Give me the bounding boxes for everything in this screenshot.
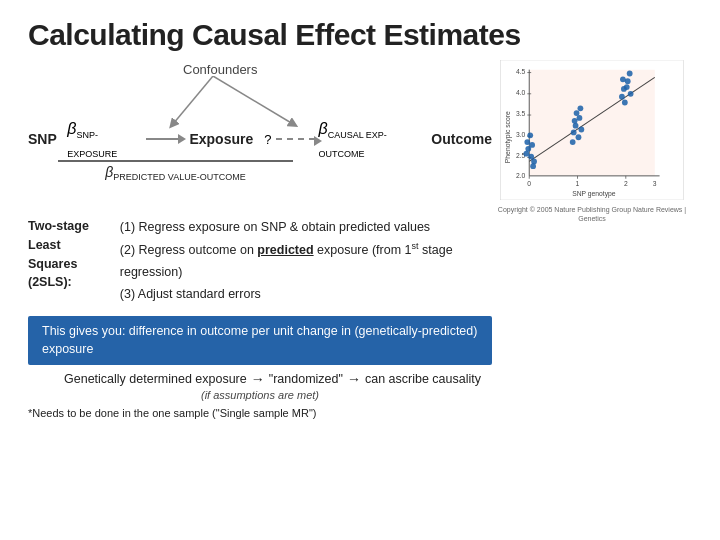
blue-box: This gives you: difference in outcome pe… [28,316,492,365]
question-mark: ? [264,132,271,147]
svg-point-34 [573,123,579,129]
svg-point-39 [576,134,582,140]
svg-point-40 [572,118,578,124]
svg-point-32 [523,151,529,157]
step-1: (1) Regress exposure on SNP & obtain pre… [120,217,492,238]
content-area: Confounders SNP [28,58,692,528]
svg-point-48 [624,84,630,90]
svg-point-49 [628,91,634,97]
genetically-determined-text: Genetically determined exposure [64,372,247,386]
predicted-bold: predicted [257,243,313,257]
causal-sub: CAUSAL EXP-OUTCOME [319,130,387,159]
svg-text:3.0: 3.0 [516,131,526,138]
svg-marker-4 [529,70,655,176]
beta-causal-exposure: βCAUSAL EXP-OUTCOME [319,120,428,159]
copyright-text: Copyright © 2005 Nature Publishing Group… [497,205,687,223]
svg-point-41 [578,105,584,111]
step-2: (2) Regress outcome on predicted exposur… [120,239,492,283]
right-panel: 4.5 4.0 3.5 3.0 2.5 2.0 0 1 2 [492,58,692,528]
svg-point-31 [531,158,537,164]
beta-causal-symbol: β [319,120,328,137]
ascribe-causality-text: can ascribe causality [365,372,481,386]
randomized-row: Genetically determined exposure → "rando… [28,371,492,387]
snp-label: SNP [28,131,61,147]
svg-point-42 [570,139,576,145]
svg-text:0: 0 [527,180,531,187]
scatter-container: 4.5 4.0 3.5 3.0 2.5 2.0 0 1 2 [497,60,687,200]
svg-point-35 [577,115,583,121]
arrow2: → [347,371,361,387]
svg-point-30 [527,132,533,138]
page-title: Calculating Causal Effect Estimates [28,18,692,52]
svg-text:1: 1 [576,180,580,187]
beta-predicted-label: βPREDICTED VALUE-OUTCOME [105,164,245,182]
snp-row: SNP βSNP-EXPOSURE Exposure ? βCAUSAL EXP… [28,120,492,159]
svg-point-26 [528,154,534,160]
svg-point-50 [620,76,626,82]
diagram-area: Confounders SNP [28,62,492,207]
svg-point-47 [622,100,628,106]
svg-point-29 [524,139,530,145]
footnote: *Needs to be done in the one sample ("Si… [28,407,492,419]
scatter-svg: 4.5 4.0 3.5 3.0 2.5 2.0 0 1 2 [497,60,687,200]
svg-text:2.0: 2.0 [516,172,526,179]
svg-line-1 [213,76,293,124]
beta-predicted-container: βPREDICTED VALUE-OUTCOME [58,160,293,182]
svg-line-0 [173,76,213,124]
beta-predicted-line [58,160,293,162]
svg-point-45 [619,94,625,100]
svg-text:4.0: 4.0 [516,89,526,96]
two-stage-label: Two-stage Least Squares (2SLS): [28,217,108,292]
svg-text:3.5: 3.5 [516,110,526,117]
left-panel: Confounders SNP [28,58,492,528]
svg-point-28 [530,163,536,169]
svg-point-36 [571,130,577,136]
beta-snp-exposure: βSNP-EXPOSURE [67,120,144,159]
svg-point-38 [574,110,580,116]
svg-text:SNP genotype: SNP genotype [572,190,616,198]
randomized-text: "randomized" [269,372,343,386]
steps-list: (1) Regress exposure on SNP & obtain pre… [120,217,492,306]
arrow1: → [251,371,265,387]
svg-text:Phenotypic score: Phenotypic score [504,111,512,163]
svg-point-33 [529,142,535,148]
snp-to-exposure-arrow [146,138,179,140]
step-3: (3) Adjust standard errors [120,284,492,305]
svg-text:3: 3 [653,180,657,187]
predicted-sub: PREDICTED VALUE-OUTCOME [113,172,245,182]
svg-point-37 [578,127,584,133]
svg-text:2: 2 [624,180,628,187]
main-container: Calculating Causal Effect Estimates Conf… [0,0,720,540]
exposure-label: Exposure [189,131,253,147]
outcome-label: Outcome [431,131,492,147]
italic-note: (if assumptions are met) [28,389,492,401]
two-stage-section: Two-stage Least Squares (2SLS): (1) Regr… [28,217,492,306]
svg-text:4.5: 4.5 [516,68,526,75]
exposure-to-outcome-arrow [276,138,314,140]
confounders-label: Confounders [183,62,257,77]
svg-point-46 [627,71,633,77]
